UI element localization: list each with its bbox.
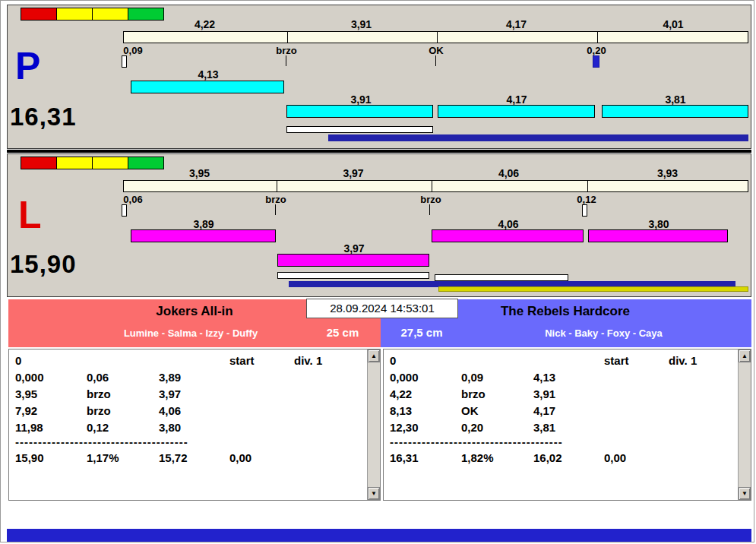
- split-time-3: 4,06: [431, 167, 587, 179]
- cell: 3,80: [159, 419, 229, 436]
- timing-app-window: 4,22 3,91 4,17 4,01 0,09 brzo OK 0,20 P …: [0, 0, 754, 542]
- cell: 4,17: [533, 403, 604, 419]
- warning-bar: [438, 286, 748, 292]
- cell: 8,13: [390, 403, 461, 419]
- pass-indicator-line: [275, 204, 276, 215]
- lane-l-panel: 3,95 3,97 4,06 3,93 0,06 brzo brzo 0,12 …: [7, 153, 751, 297]
- dog-time-label-2: 3,97: [331, 242, 377, 254]
- cell: [159, 353, 229, 369]
- split-scale-bar: [123, 31, 748, 43]
- pass-indicator-line: [286, 55, 286, 66]
- total-time: 15,90: [15, 450, 87, 467]
- cell: brzo: [461, 386, 533, 403]
- pass-mark-4: 0,20: [574, 45, 619, 56]
- dog-run-bar-3: [432, 229, 584, 242]
- cell: 4,06: [159, 403, 229, 419]
- dog-time-label-4: 3,81: [653, 93, 698, 105]
- split-time-4: 3,93: [587, 167, 748, 179]
- scale-tick: [437, 32, 438, 43]
- pass-mark-2: brzo: [253, 194, 299, 205]
- split-time-2: 3,91: [286, 18, 436, 30]
- pass-indicator-box: [582, 204, 587, 217]
- pass-mark-3: brzo: [408, 194, 454, 205]
- start-indicator-box: [122, 204, 127, 217]
- table-row: 12,30 0,20 3,81: [390, 419, 731, 436]
- red-light: [21, 8, 57, 21]
- cell: 4,13: [533, 369, 604, 386]
- cell: brzo: [87, 386, 159, 403]
- scale-tick: [287, 32, 288, 43]
- cell: 0: [15, 353, 87, 369]
- total-percent: 1,82%: [461, 450, 533, 467]
- cell: 11,98: [15, 419, 87, 436]
- total-net: 15,72: [159, 450, 229, 467]
- table-scrollbar[interactable]: ▲ ▼: [367, 349, 380, 500]
- lane-letter-p: P: [15, 47, 40, 85]
- lane-p-panel: 4,22 3,91 4,17 4,01 0,09 brzo OK 0,20 P …: [7, 5, 751, 149]
- cell: 0,000: [390, 369, 461, 386]
- pass-mark-1: 0,06: [114, 194, 152, 205]
- pass-indicator-line: [429, 204, 430, 215]
- cell-division-label: div. 1: [294, 353, 360, 369]
- dog-time-label-1: 4,13: [185, 68, 231, 80]
- scroll-up-button[interactable]: ▲: [739, 349, 751, 362]
- pass-mark-3: OK: [413, 45, 459, 56]
- scroll-down-button[interactable]: ▼: [368, 487, 380, 500]
- total-penalty: 0,00: [604, 450, 669, 467]
- yellow-light-1: [56, 157, 93, 169]
- cell-start-label: start: [229, 353, 294, 369]
- scroll-down-button[interactable]: ▼: [739, 487, 751, 500]
- yellow-light-1: [56, 8, 93, 21]
- cell: [461, 353, 533, 369]
- dog-run-bar-4: [602, 105, 748, 118]
- cell: [533, 353, 604, 369]
- total-time: 16,31: [390, 450, 461, 467]
- cell: 3,97: [159, 386, 229, 403]
- results-table-left: 0 start div. 1 0,000 0,06 3,89 3,95 brzo…: [8, 349, 381, 501]
- cell: 0,20: [461, 419, 533, 436]
- progress-outline-bar: [435, 274, 568, 281]
- dog-run-bar-3: [438, 105, 595, 118]
- table-row: 11,98 0,12 3,80: [15, 419, 360, 436]
- dog-run-bar-2: [277, 254, 429, 267]
- progress-outline-bar: [277, 272, 429, 279]
- table-row: 0 start div. 1: [390, 353, 731, 369]
- split-time-1: 3,95: [123, 167, 276, 179]
- cell: 4,22: [390, 386, 461, 403]
- dog-run-bar-1: [131, 81, 284, 93]
- dog-time-label-3: 4,06: [486, 218, 531, 229]
- table-row: 7,92 brzo 4,06: [15, 403, 360, 419]
- split-time-1: 4,22: [123, 18, 286, 30]
- team-right-members: Nick - Baky - Foxy - Caya: [457, 327, 750, 339]
- pass-indicator-filled: [593, 55, 599, 68]
- lane-total-time: 15,90: [10, 251, 77, 278]
- table-totals-row: 15,90 1,17% 15,72 0,00: [15, 450, 360, 467]
- panel-divider: [7, 150, 751, 153]
- cell: 0,12: [87, 419, 159, 436]
- cell: 3,81: [533, 419, 604, 436]
- table-row: 8,13 OK 4,17: [390, 403, 731, 419]
- table-scrollbar[interactable]: ▲ ▼: [738, 349, 751, 500]
- cell: [87, 353, 159, 369]
- table-separator: --------------------------------------: [15, 436, 232, 450]
- total-penalty: 0,00: [229, 450, 294, 467]
- lane-total-time: 16,31: [10, 103, 77, 131]
- race-timestamp: 28.09.2024 14:53:01: [306, 299, 458, 318]
- cell-division-label: div. 1: [669, 353, 731, 369]
- table-row: 3,95 brzo 3,97: [15, 386, 360, 403]
- lane-letter-l: L: [18, 196, 42, 234]
- scroll-up-button[interactable]: ▲: [368, 349, 380, 362]
- table-row: 4,22 brzo 3,91: [390, 386, 731, 403]
- pass-mark-1: 0,09: [114, 45, 152, 56]
- scale-tick: [597, 32, 598, 43]
- scale-tick: [587, 181, 588, 191]
- table-row: 0,000 0,09 4,13: [390, 369, 731, 386]
- dog-time-label-3: 4,17: [494, 93, 539, 105]
- dog-time-label-2: 3,91: [338, 93, 384, 105]
- cell: OK: [461, 403, 533, 419]
- results-section: Jokers All-in Lumine - Salma - Izzy - Du…: [7, 299, 751, 528]
- dog-time-label-4: 3,80: [636, 218, 682, 229]
- pass-indicator-line: [435, 55, 436, 66]
- elapsed-time-bar: [328, 134, 748, 141]
- results-table-right: 0 start div. 1 0,000 0,09 4,13 4,22 brzo…: [383, 349, 751, 501]
